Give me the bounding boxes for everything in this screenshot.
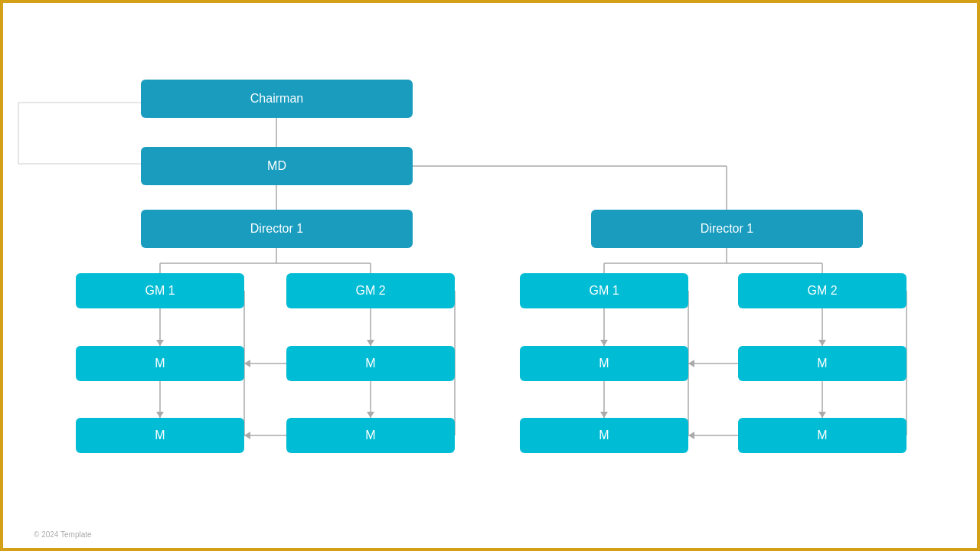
gm2-right-box: GM 2 [738, 273, 906, 308]
m4-right-label: M [817, 429, 827, 442]
m4-right-box: M [738, 418, 906, 453]
m2-left-box: M [286, 346, 455, 381]
svg-marker-21 [156, 412, 164, 418]
m2-left-label: M [365, 357, 375, 370]
m4-left-label: M [365, 429, 375, 442]
md-box: MD [141, 147, 413, 185]
gm2-right-label: GM 2 [807, 284, 837, 298]
md-label: MD [267, 159, 286, 173]
gm1-left-box: GM 1 [76, 273, 244, 308]
watermark: © 2024 Template [34, 530, 92, 539]
m3-right-box: M [520, 418, 688, 453]
m1-left-box: M [76, 346, 244, 381]
director1-left-box: Director 1 [141, 210, 413, 248]
director1-right-box: Director 1 [591, 210, 863, 248]
director1-right-label: Director 1 [701, 222, 753, 236]
svg-marker-25 [600, 412, 608, 418]
org-chart: Chairman MD Director 1 Director 1 GM 1 G… [3, 3, 977, 548]
m3-left-label: M [155, 429, 165, 442]
svg-marker-23 [367, 412, 374, 418]
gm1-left-label: GM 1 [145, 284, 175, 298]
m1-right-box: M [520, 346, 688, 381]
svg-marker-35 [688, 432, 694, 439]
svg-marker-27 [818, 412, 826, 418]
svg-marker-15 [367, 340, 374, 346]
m4-left-box: M [286, 418, 455, 453]
svg-marker-31 [244, 432, 250, 439]
svg-marker-29 [244, 360, 250, 367]
gm2-left-label: GM 2 [355, 284, 385, 298]
m3-right-label: M [599, 429, 609, 442]
svg-marker-19 [818, 340, 826, 346]
gm1-right-box: GM 1 [520, 273, 688, 308]
gm2-left-box: GM 2 [286, 273, 455, 308]
m2-right-label: M [817, 357, 827, 370]
chairman-label: Chairman [250, 92, 303, 106]
m1-right-label: M [599, 357, 609, 370]
chairman-box: Chairman [141, 80, 413, 118]
director1-left-label: Director 1 [250, 222, 303, 236]
svg-marker-13 [156, 340, 164, 346]
svg-marker-33 [688, 360, 694, 367]
svg-marker-17 [600, 340, 608, 346]
m1-left-label: M [155, 357, 165, 370]
m3-left-box: M [76, 418, 244, 453]
m2-right-box: M [738, 346, 906, 381]
gm1-right-label: GM 1 [589, 284, 619, 298]
